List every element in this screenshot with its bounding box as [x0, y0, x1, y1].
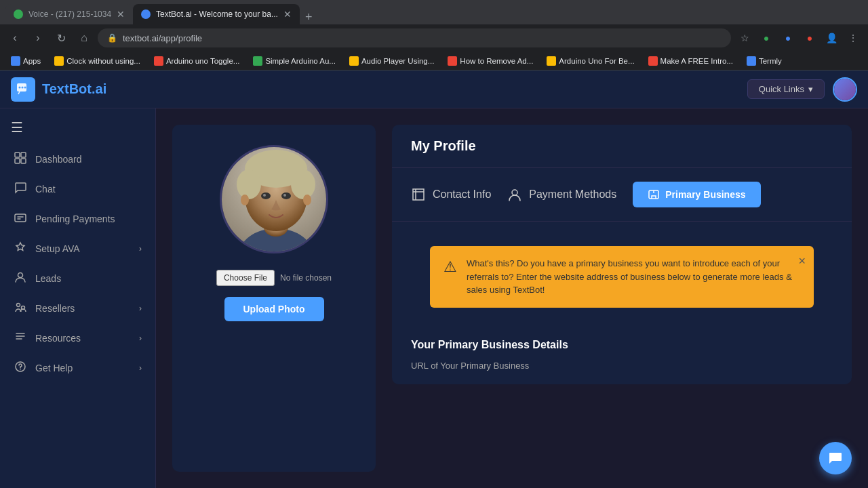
payment-methods-nav[interactable]: Payment Methods [507, 187, 616, 202]
extension-icon-2[interactable]: ● [778, 28, 797, 47]
tab-voice-close[interactable]: ✕ [117, 9, 125, 20]
alert-triangle-icon: ⚠ [443, 258, 457, 276]
chat-bubble-icon [827, 450, 844, 466]
top-nav-right: Quick Links ▾ [747, 77, 857, 102]
get-help-icon [14, 361, 27, 375]
bookmark-termly[interactable]: Termly [741, 55, 787, 67]
top-nav: TextBot.ai Quick Links ▾ [0, 70, 868, 108]
refresh-button[interactable]: ↻ [52, 28, 71, 47]
upload-photo-button[interactable]: Upload Photo [224, 297, 324, 321]
svg-point-24 [241, 195, 249, 205]
bookmark-apps[interactable]: Apps [5, 55, 46, 67]
my-profile-title: My Profile [411, 138, 833, 154]
logo-text-1: TextBot [42, 81, 92, 96]
profile-card: Choose File No file chosen Upload Photo [172, 125, 376, 472]
sidebar-resellers-label: Resellers [35, 303, 75, 314]
forward-button[interactable]: › [28, 28, 47, 47]
svg-rect-8 [15, 214, 26, 222]
no-file-text: No file chosen [280, 273, 332, 283]
address-text: textbot.ai/app/profile [123, 33, 202, 43]
bookmark-arduino2[interactable]: Simple Arduino Au... [248, 55, 341, 67]
contact-info-label: Contact Info [433, 188, 491, 201]
home-button[interactable]: ⌂ [75, 28, 94, 47]
url-field-label: URL of Your Primary Business [411, 361, 833, 371]
hamburger-button[interactable]: ☰ [11, 119, 23, 136]
extension-icon-3[interactable]: ● [800, 28, 819, 47]
chat-bubble-button[interactable] [819, 442, 852, 474]
bookmark-arduino2-label: Simple Arduino Au... [265, 57, 336, 65]
profile-main-section: My Profile Contact Info [392, 125, 852, 472]
file-chooser-row: Choose File No file chosen [216, 270, 332, 286]
svg-point-9 [18, 273, 23, 278]
bookmark-clock[interactable]: Clock without using... [49, 55, 146, 67]
svg-point-2 [22, 86, 24, 88]
tab-textbot[interactable]: TextBot.ai - Welcome to your ba... ✕ [133, 4, 300, 24]
dashboard-icon [14, 152, 27, 167]
svg-rect-7 [21, 159, 26, 163]
bookmark-arduino1[interactable]: Arduino uno Toggle... [149, 55, 245, 67]
sidebar-chat-label: Chat [35, 184, 56, 195]
tab-voice-label: Voice - (217) 215-1034 [28, 9, 111, 19]
sidebar-leads-label: Leads [35, 273, 61, 284]
sidebar-item-resellers[interactable]: Resellers › [0, 294, 155, 323]
svg-point-23 [283, 194, 286, 197]
svg-point-26 [512, 190, 517, 195]
leads-icon [14, 271, 27, 286]
sidebar-item-chat[interactable]: Chat [0, 175, 155, 203]
choose-file-label: Choose File [224, 273, 267, 283]
quick-links-arrow: ▾ [808, 84, 813, 94]
sidebar-item-leads[interactable]: Leads [0, 264, 155, 293]
setup-ava-icon [14, 241, 27, 256]
address-bar[interactable]: 🔒 textbot.ai/app/profile [98, 28, 731, 47]
bookmark-audio-label: Audio Player Using... [361, 57, 434, 65]
sidebar-item-dashboard[interactable]: Dashboard [0, 145, 155, 174]
avatar-image [834, 79, 856, 100]
toolbar-icons: ☆ ● ● ● 👤 ⋮ [735, 28, 863, 47]
get-help-arrow: › [139, 363, 142, 373]
bookmark-star-icon[interactable]: ☆ [735, 28, 754, 47]
new-tab-button[interactable]: + [300, 10, 318, 24]
sidebar-item-setup-ava[interactable]: Setup AVA › [0, 235, 155, 263]
quick-links-label: Quick Links [759, 84, 804, 94]
bookmark-intro[interactable]: Make A FREE Intro... [643, 55, 738, 67]
svg-point-20 [261, 192, 271, 199]
bookmark-remove-label: How to Remove Ad... [460, 57, 533, 65]
bookmarks-bar: Apps Clock without using... Arduino uno … [0, 52, 868, 70]
extension-icon-1[interactable]: ● [757, 28, 776, 47]
tab-textbot-close[interactable]: ✕ [283, 9, 292, 20]
bookmark-apps-label: Apps [23, 57, 41, 65]
quick-links-button[interactable]: Quick Links ▾ [747, 79, 825, 99]
main-content: Choose File No file chosen Upload Photo … [156, 108, 868, 488]
sidebar-dashboard-label: Dashboard [35, 154, 82, 165]
bookmark-arduino3[interactable]: Arduino Uno For Be... [541, 55, 639, 67]
sidebar-get-help-label: Get Help [35, 363, 73, 373]
svg-point-21 [281, 192, 291, 199]
payment-methods-label: Payment Methods [529, 188, 616, 201]
sidebar-item-resources[interactable]: Resources › [0, 324, 155, 352]
alert-container: ⚠ What's this? Do you have a primary bus… [392, 222, 852, 332]
svg-rect-4 [15, 152, 20, 157]
alert-close-button[interactable]: × [798, 254, 806, 268]
logo-icon [11, 77, 35, 102]
contact-info-nav[interactable]: Contact Info [411, 187, 491, 202]
resellers-icon [14, 301, 27, 316]
sidebar-setup-ava-label: Setup AVA [35, 243, 80, 254]
logo-area: TextBot.ai [11, 77, 106, 102]
svg-point-3 [24, 86, 26, 88]
primary-business-button[interactable]: Primary Business [633, 182, 760, 207]
bookmark-remove[interactable]: How to Remove Ad... [442, 55, 538, 67]
primary-business-details: Your Primary Business Details URL of You… [392, 332, 852, 384]
choose-file-button[interactable]: Choose File [216, 270, 275, 286]
tab-voice[interactable]: Voice - (217) 215-1034 ✕ [5, 4, 133, 24]
upload-photo-label: Upload Photo [243, 304, 305, 314]
menu-icon[interactable]: ⋮ [844, 28, 863, 47]
sidebar-item-get-help[interactable]: Get Help › [0, 354, 155, 382]
setup-ava-arrow: › [139, 244, 142, 253]
bookmark-audio[interactable]: Audio Player Using... [344, 55, 439, 67]
profile-icon[interactable]: 👤 [822, 28, 841, 47]
avatar[interactable] [833, 77, 857, 102]
primary-business-section-title: Your Primary Business Details [411, 332, 833, 361]
back-button[interactable]: ‹ [5, 28, 24, 47]
sidebar-item-pending-payments[interactable]: Pending Payments [0, 205, 155, 233]
resellers-arrow: › [139, 304, 142, 313]
